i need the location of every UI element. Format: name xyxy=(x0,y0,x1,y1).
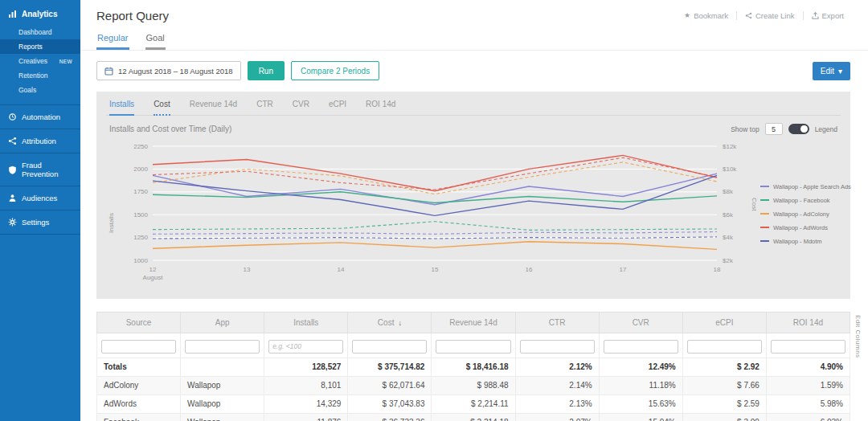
metric-tab-cost[interactable]: Cost xyxy=(154,100,170,116)
sidebar-group-analytics: Analytics Dashboard Reports Creatives NE… xyxy=(0,0,80,105)
legend-swatch xyxy=(760,199,769,201)
y-left-tick: 1500 xyxy=(133,211,148,219)
filter-input-revenue-14d[interactable] xyxy=(436,340,510,354)
filter-cell xyxy=(515,333,599,358)
metric-tab-ecpi[interactable]: eCPI xyxy=(329,100,346,116)
metric-tab-roi-14d[interactable]: ROI 14d xyxy=(366,100,395,116)
filter-input-ctr[interactable] xyxy=(520,340,595,354)
series-cost-line xyxy=(153,232,717,235)
sidebar-item-retention[interactable]: Retention xyxy=(0,68,80,83)
sidebar-item-label: Audiences xyxy=(22,194,57,202)
sidebar-item-dashboard[interactable]: Dashboard xyxy=(0,25,80,39)
column-header-app[interactable]: App xyxy=(181,313,264,333)
create-link-label: Create Link xyxy=(755,11,795,20)
y-left-tick: 1250 xyxy=(133,234,148,241)
filter-input-cost[interactable] xyxy=(352,340,427,354)
legend-item[interactable]: Wallapop - Mdotm xyxy=(760,238,841,245)
cell: 15.94% xyxy=(599,413,682,421)
column-header-ctr[interactable]: CTR xyxy=(515,313,599,333)
tab-goal[interactable]: Goal xyxy=(145,31,166,50)
legend-item[interactable]: Wallapop - AdWords xyxy=(760,224,841,231)
date-range-picker[interactable]: 12 August 2018 – 18 August 2018 xyxy=(96,61,241,80)
cell: $ 3.09 xyxy=(682,413,766,421)
gear-icon xyxy=(8,218,17,227)
bookmark-label: Bookmark xyxy=(694,11,728,20)
sidebar-item-goals[interactable]: Goals xyxy=(0,83,80,97)
filter-input-source[interactable] xyxy=(101,340,176,354)
run-button[interactable]: Run xyxy=(248,61,285,80)
cell: $ 988.48 xyxy=(432,376,515,394)
metric-tab-revenue-14d[interactable]: Revenue 14d xyxy=(190,100,238,116)
sidebar-item-attribution[interactable]: Attribution xyxy=(0,129,80,153)
y-left-tick: 1000 xyxy=(133,257,148,264)
sidebar-item-automation[interactable]: Automation xyxy=(0,105,80,129)
cell: $ 2.59 xyxy=(682,394,766,413)
y-right-tick: $10k xyxy=(723,166,737,173)
legend-label: Wallapop - Facebook xyxy=(773,197,830,204)
legend-item[interactable]: Wallapop - Facebook xyxy=(760,197,841,204)
sidebar-item-label: Creatives xyxy=(18,57,47,65)
column-header-cvr[interactable]: CVR xyxy=(599,313,682,333)
legend-toggle[interactable] xyxy=(788,124,809,134)
cell: $ 7.66 xyxy=(682,376,766,394)
create-link-button[interactable]: Create Link xyxy=(736,11,803,20)
filter-input-app[interactable] xyxy=(185,340,260,354)
compare-periods-button[interactable]: Compare 2 Periods xyxy=(291,61,379,80)
metric-tab-ctr[interactable]: CTR xyxy=(256,100,273,116)
filter-cell xyxy=(264,333,348,358)
sidebar-item-settings[interactable]: Settings xyxy=(0,210,80,235)
legend-item[interactable]: Wallapop - Apple Search Ads xyxy=(760,183,841,190)
edit-button[interactable]: Edit ▾ xyxy=(813,62,850,80)
filter-input-roi-14d[interactable] xyxy=(771,340,845,354)
x-tick: 12 xyxy=(149,266,157,273)
sidebar-item-fraud-prevention[interactable]: Fraud Prevention xyxy=(0,153,80,186)
export-button[interactable]: Export xyxy=(803,11,852,20)
sidebar-item-reports[interactable]: Reports xyxy=(0,39,80,54)
page-title: Report Query xyxy=(96,9,169,22)
filter-input-cvr[interactable] xyxy=(604,340,678,354)
series-installs-line xyxy=(153,192,717,203)
series-installs-line xyxy=(153,155,717,190)
cell: 2.14% xyxy=(515,376,599,394)
sidebar-item-audiences[interactable]: Audiences xyxy=(0,186,80,210)
legend-swatch xyxy=(760,240,769,242)
cell: 2.13% xyxy=(515,394,599,413)
y-left-tick: 1750 xyxy=(133,188,148,195)
bookmark-button[interactable]: ★ Bookmark xyxy=(676,11,736,20)
column-header-cost[interactable]: Cost↓ xyxy=(348,313,432,333)
sidebar-item-analytics[interactable]: Analytics xyxy=(0,0,80,25)
column-header-source[interactable]: Source xyxy=(97,313,181,333)
metric-tab-cvr[interactable]: CVR xyxy=(293,100,309,116)
cell: 8,101 xyxy=(264,376,348,394)
results-table: SourceAppInstallsCost↓Revenue 14dCTRCVRe… xyxy=(96,312,850,421)
sidebar-item-creatives[interactable]: Creatives NEW xyxy=(0,54,80,68)
cell: Facebook xyxy=(97,413,181,421)
chart-legend: Wallapop - Apple Search AdsWallapop - Fa… xyxy=(759,138,841,289)
sidebar-item-label: Attribution xyxy=(22,137,56,145)
automation-icon xyxy=(8,112,17,121)
column-header-revenue-14d[interactable]: Revenue 14d xyxy=(432,313,515,333)
legend-label: Wallapop - Apple Search Ads xyxy=(773,183,851,190)
sort-desc-icon[interactable]: ↓ xyxy=(398,319,402,327)
column-header-installs[interactable]: Installs xyxy=(264,313,348,333)
metric-tab-installs[interactable]: Installs xyxy=(109,100,134,116)
y-axis-right-label: Cost xyxy=(749,138,759,289)
sidebar-item-label: Analytics xyxy=(22,10,57,18)
tab-regular[interactable]: Regular xyxy=(96,31,129,50)
filter-input-ecpi[interactable] xyxy=(687,340,762,354)
legend-item[interactable]: Wallapop - AdColony xyxy=(760,210,841,218)
chart-title: Installs and Cost over Time (Daily) xyxy=(109,125,231,133)
totals-row: Totals128,527$ 375,714.82$ 18,416.182.12… xyxy=(97,358,850,376)
column-header-ecpi[interactable]: eCPI xyxy=(682,313,766,333)
x-tick: August xyxy=(143,274,164,281)
show-top-input[interactable] xyxy=(765,123,783,135)
series-installs-line xyxy=(153,174,717,205)
cell: Totals xyxy=(97,358,181,376)
cell: 1.59% xyxy=(766,376,850,394)
report-tabs: Regular Goal xyxy=(80,31,868,51)
export-label: Export xyxy=(822,11,844,20)
edit-columns-button[interactable]: Edit Columns xyxy=(854,315,862,358)
filter-input-installs[interactable] xyxy=(268,340,343,354)
column-header-roi-14d[interactable]: ROI 14d xyxy=(766,313,850,333)
edit-label: Edit xyxy=(821,67,834,76)
